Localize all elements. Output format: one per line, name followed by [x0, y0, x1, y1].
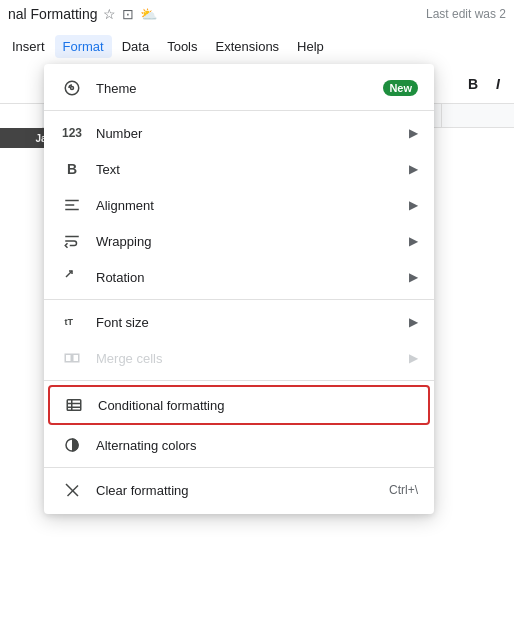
- fontsize-label: Font size: [96, 315, 409, 330]
- clear-shortcut: Ctrl+\: [389, 483, 418, 497]
- theme-icon: [60, 76, 84, 100]
- new-badge: New: [383, 80, 418, 96]
- alignment-arrow: ▶: [409, 198, 418, 212]
- last-edit-text: Last edit was 2: [426, 7, 506, 21]
- italic-button[interactable]: I: [490, 72, 506, 96]
- conditional-icon: [62, 393, 86, 417]
- alignment-icon: [60, 193, 84, 217]
- text-label: Text: [96, 162, 409, 177]
- menu-data[interactable]: Data: [114, 35, 157, 58]
- svg-point-1: [71, 87, 74, 90]
- fontsize-arrow: ▶: [409, 315, 418, 329]
- merge-label: Merge cells: [96, 351, 409, 366]
- fontsize-icon: tT: [60, 310, 84, 334]
- merge-icon: [60, 346, 84, 370]
- menu-item-wrapping[interactable]: Wrapping ▶: [44, 223, 434, 259]
- wrapping-arrow: ▶: [409, 234, 418, 248]
- document-title: nal Formatting: [8, 6, 97, 22]
- menu-item-theme[interactable]: Theme New: [44, 70, 434, 106]
- number-arrow: ▶: [409, 126, 418, 140]
- menu-help[interactable]: Help: [289, 35, 332, 58]
- number-icon: 123: [60, 121, 84, 145]
- theme-label: Theme: [96, 81, 383, 96]
- menu-item-rotation[interactable]: Rotation ▶: [44, 259, 434, 295]
- number-label: Number: [96, 126, 409, 141]
- menu-format[interactable]: Format: [55, 35, 112, 58]
- menu-item-alignment[interactable]: Alignment ▶: [44, 187, 434, 223]
- star-icon[interactable]: ☆: [103, 6, 116, 22]
- menu-tools[interactable]: Tools: [159, 35, 205, 58]
- format-dropdown: Theme New 123 Number ▶ B Text ▶: [44, 64, 434, 514]
- svg-rect-7: [73, 354, 79, 362]
- svg-point-0: [65, 81, 79, 95]
- folder-icon[interactable]: ⊡: [122, 6, 134, 22]
- svg-rect-6: [65, 354, 71, 362]
- wrapping-label: Wrapping: [96, 234, 409, 249]
- spreadsheet-background: nal Formatting ☆ ⊡ ⛅ Last edit was 2 Ins…: [0, 0, 514, 635]
- menu-bar: Insert Format Data Tools Extensions Help: [0, 28, 514, 64]
- alignment-label: Alignment: [96, 198, 409, 213]
- svg-line-14: [66, 484, 78, 496]
- menu-insert[interactable]: Insert: [4, 35, 53, 58]
- rotation-label: Rotation: [96, 270, 409, 285]
- menu-item-number[interactable]: 123 Number ▶: [44, 115, 434, 151]
- alternating-icon: [60, 433, 84, 457]
- conditional-label: Conditional formatting: [98, 398, 416, 413]
- menu-item-merge: Merge cells ▶: [44, 340, 434, 376]
- svg-text:tT: tT: [65, 317, 74, 327]
- menu-item-clear[interactable]: Clear formatting Ctrl+\: [44, 472, 434, 508]
- divider-3: [44, 380, 434, 381]
- cloud-icon[interactable]: ⛅: [140, 6, 157, 22]
- toolbar-right: B I: [462, 72, 506, 96]
- rotation-icon: [60, 265, 84, 289]
- svg-rect-9: [67, 400, 81, 411]
- merge-arrow: ▶: [409, 351, 418, 365]
- divider-1: [44, 110, 434, 111]
- clear-icon: [60, 478, 84, 502]
- rotation-arrow: ▶: [409, 270, 418, 284]
- menu-extensions[interactable]: Extensions: [208, 35, 288, 58]
- title-bar: nal Formatting ☆ ⊡ ⛅ Last edit was 2: [0, 0, 514, 28]
- bold-button[interactable]: B: [462, 72, 484, 96]
- divider-2: [44, 299, 434, 300]
- divider-4: [44, 467, 434, 468]
- menu-item-alternating[interactable]: Alternating colors: [44, 427, 434, 463]
- text-bold-icon: B: [60, 157, 84, 181]
- menu-item-fontsize[interactable]: tT Font size ▶: [44, 304, 434, 340]
- alternating-label: Alternating colors: [96, 438, 418, 453]
- clear-label: Clear formatting: [96, 483, 389, 498]
- menu-item-text[interactable]: B Text ▶: [44, 151, 434, 187]
- text-arrow: ▶: [409, 162, 418, 176]
- wrapping-icon: [60, 229, 84, 253]
- menu-item-conditional[interactable]: Conditional formatting: [48, 385, 430, 425]
